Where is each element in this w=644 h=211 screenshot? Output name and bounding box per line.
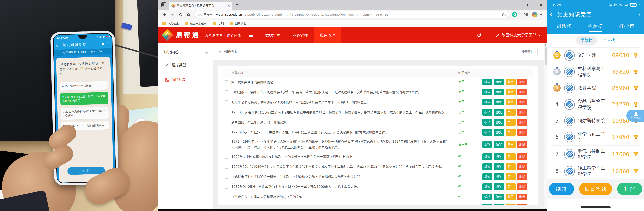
disable-button[interactable]: 禁用 <box>506 109 516 116</box>
back-icon[interactable] <box>161 11 168 18</box>
quiz-option[interactable]: B.2000年5月在江苏、浙江、上海党建工作座谈会讲话 <box>60 92 108 105</box>
preview-button[interactable]: 预览 <box>494 193 504 200</box>
row-checkbox[interactable] <box>224 195 228 199</box>
scrollbar[interactable]: ▲ ▼ <box>544 43 547 211</box>
row-checkbox[interactable] <box>224 80 228 84</box>
delete-button[interactable]: 删除 <box>517 203 527 205</box>
tab-close-icon[interactable]: × <box>227 4 230 8</box>
sidebar-item-question-bank-types[interactable]: ✳ 题库类型 <box>158 58 213 72</box>
bookmark-item[interactable]: 校园系统登录 <box>185 22 207 25</box>
edit-button[interactable]: 编辑 <box>482 129 492 136</box>
disable-button[interactable]: 禁用 <box>506 129 516 136</box>
preview-button[interactable]: 预览 <box>494 109 504 116</box>
delete-button[interactable]: 删除 <box>517 89 527 95</box>
tab-individual-rank[interactable]: 个人榜 <box>603 38 615 43</box>
preview-button[interactable]: 预览 <box>494 141 504 148</box>
edit-button[interactable]: 编辑 <box>482 153 492 160</box>
scroll-thumb[interactable] <box>544 47 546 65</box>
edit-button[interactable]: 编辑 <box>482 183 492 190</box>
disable-button[interactable]: 禁用 <box>506 163 516 170</box>
delete-button[interactable]: 删除 <box>517 109 527 116</box>
bookmark-item[interactable]: 专利 <box>213 22 224 25</box>
hamburger-icon[interactable] <box>249 34 254 37</box>
favorites-bar-icon[interactable] <box>523 13 528 17</box>
preview-button[interactable]: 预览 <box>494 173 504 180</box>
practice-button[interactable]: 刷题 <box>549 183 574 195</box>
delete-button[interactable]: 删除 <box>517 99 527 106</box>
tab-college-rank[interactable]: 学院榜 <box>576 36 597 45</box>
refresh-icon[interactable] <box>177 11 184 18</box>
delete-button[interactable]: 删除 <box>517 183 527 190</box>
preview-button[interactable]: 预览 <box>494 163 504 170</box>
challenge-button[interactable]: 打擂 <box>617 183 642 195</box>
scroll-up-icon[interactable]: ▲ <box>545 43 546 47</box>
browser-tab[interactable]: 系统管理后台 · 易帮通云平台 × <box>169 2 232 10</box>
preview-button[interactable]: 预览 <box>494 183 504 190</box>
admin-nav-item[interactable]: 应用管理 <box>314 27 342 43</box>
back-icon[interactable] <box>550 13 554 17</box>
delete-button[interactable]: 删除 <box>517 119 527 126</box>
disable-button[interactable]: 禁用 <box>506 79 516 85</box>
home-icon[interactable] <box>185 11 192 18</box>
row-checkbox[interactable] <box>224 90 228 94</box>
forward-icon[interactable] <box>169 11 176 18</box>
quiz-option[interactable]: A.1997年中共十五大报告 <box>60 81 108 91</box>
preview-button[interactable]: 预览 <box>494 153 504 160</box>
tab-actions-icon[interactable] <box>162 3 166 7</box>
preview-button[interactable]: 预览 <box>494 79 504 85</box>
row-checkbox[interactable] <box>224 175 228 179</box>
sidebar-group-knowledge-qa[interactable]: 知识问答 <box>158 47 213 58</box>
row-checkbox[interactable] <box>224 143 228 146</box>
row-checkbox[interactable] <box>224 121 228 124</box>
delete-button[interactable]: 删除 <box>517 163 527 170</box>
grammarly-icon[interactable]: G <box>512 12 517 17</box>
disable-button[interactable]: 禁用 <box>506 153 516 160</box>
row-checkbox[interactable] <box>224 131 228 134</box>
rank-tab[interactable]: 刷题榜 <box>556 23 572 31</box>
close-button[interactable]: × <box>535 0 547 10</box>
delete-button[interactable]: 删除 <box>517 129 527 136</box>
rank-tab[interactable]: 答题榜 <box>588 23 604 31</box>
preview-button[interactable]: 预览 <box>494 203 504 205</box>
back-icon[interactable] <box>56 44 59 47</box>
delete-button[interactable]: 删除 <box>517 193 527 200</box>
personal-center-fab[interactable]: 个人中心 <box>626 110 644 122</box>
rank-tab[interactable]: 打擂榜 <box>619 23 635 31</box>
minimize-button[interactable]: – <box>510 0 522 10</box>
close-icon[interactable]: × <box>101 42 105 46</box>
profile-avatar[interactable] <box>532 12 538 18</box>
edit-button[interactable]: 编辑 <box>482 141 492 148</box>
row-checkbox[interactable] <box>224 185 228 189</box>
edit-button[interactable]: 编辑 <box>482 99 492 106</box>
delete-button[interactable]: 删除 <box>517 173 527 180</box>
bookmark-item[interactable]: 图片处理 <box>230 22 246 25</box>
edit-button[interactable]: 编辑 <box>482 109 492 116</box>
disable-button[interactable]: 禁用 <box>506 89 516 95</box>
daily-quiz-button[interactable]: 每日答题 <box>579 183 612 195</box>
preview-button[interactable]: 预览 <box>494 89 504 95</box>
kebab-menu-icon[interactable] <box>639 14 640 15</box>
edit-button[interactable]: 编辑 <box>482 203 492 205</box>
add-favorite-icon[interactable] <box>502 13 506 17</box>
admin-nav-item[interactable]: 数据管理 <box>260 27 287 43</box>
add-question-button[interactable]: 添加题目 <box>518 47 538 56</box>
delete-button[interactable]: 删除 <box>517 141 527 148</box>
edit-button[interactable]: 编辑 <box>482 173 492 180</box>
bookmark-item[interactable]: 论文检索 <box>162 22 179 25</box>
disable-button[interactable]: 禁用 <box>506 193 516 200</box>
quiz-option[interactable]: C.2001年庆祝中国共产党成立80周年大会讲话 <box>61 107 109 120</box>
disable-button[interactable]: 禁用 <box>506 141 516 148</box>
delete-button[interactable]: 删除 <box>517 153 527 160</box>
disable-button[interactable]: 禁用 <box>506 203 516 205</box>
edit-button[interactable]: 编辑 <box>482 193 492 200</box>
row-checkbox[interactable] <box>224 205 228 205</box>
disable-button[interactable]: 禁用 <box>506 183 516 190</box>
maximize-button[interactable] <box>522 0 535 10</box>
edit-button[interactable]: 编辑 <box>482 163 492 170</box>
delete-button[interactable]: 删除 <box>517 79 527 85</box>
confirm-button[interactable]: 确定 <box>68 166 105 175</box>
kebab-menu-icon[interactable] <box>108 43 108 44</box>
admin-refresh-icon[interactable] <box>468 33 490 38</box>
preview-button[interactable]: 预览 <box>494 99 504 106</box>
row-checkbox[interactable] <box>224 165 228 169</box>
